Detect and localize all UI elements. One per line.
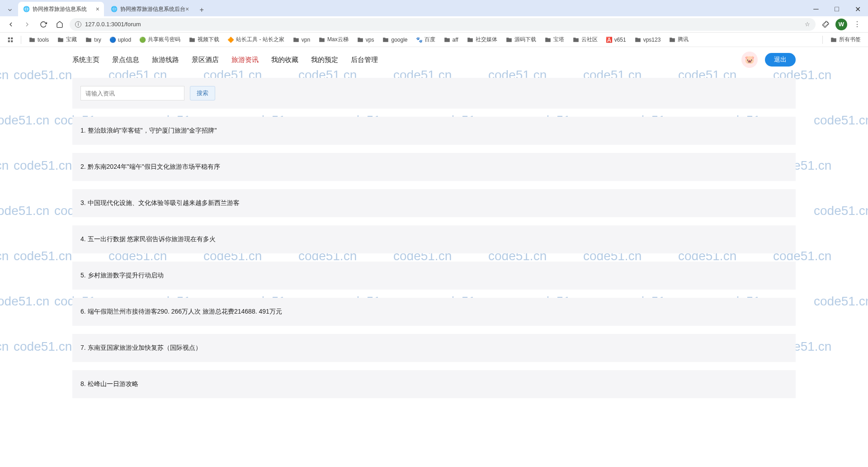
bookmark-label: 社交媒体 [476, 36, 497, 43]
bookmarks-bar: tools宝藏txy🔵uplod🟢共享账号密码视频下载🔶站长工具 - 站长之家v… [0, 33, 868, 47]
bookmark-label: Max云梯 [327, 36, 349, 43]
bookmark-label: 宝塔 [553, 36, 564, 43]
bookmark-favicon: 🅰️ [606, 37, 613, 43]
all-bookmarks-button[interactable]: 所有书签 [827, 34, 863, 45]
nav-link[interactable]: 我的收藏 [271, 56, 298, 64]
search-button[interactable]: 搜索 [190, 86, 215, 100]
tab-close-icon[interactable]: × [96, 5, 99, 13]
bookmark-item[interactable]: vps123 [632, 35, 664, 44]
article-item[interactable]: 3. 中国现代化设施、文化体验等吸引越来越多新西兰游客 [72, 189, 796, 217]
bookmark-item[interactable]: 🔶站长工具 - 站长之家 [225, 34, 287, 45]
bookmark-item[interactable]: tools [26, 35, 52, 44]
profile-avatar[interactable]: W [835, 19, 847, 30]
window-minimize-button[interactable]: ─ [806, 2, 826, 16]
bookmark-item[interactable]: Max云梯 [316, 34, 351, 45]
article-item[interactable]: 2. 黔东南2024年"端午"假日文化旅游市场平稳有序 [72, 153, 796, 181]
nav-reload-button[interactable] [37, 18, 50, 31]
tab-favicon: 🌐 [110, 5, 118, 13]
bookmark-item[interactable]: vpn [290, 35, 313, 44]
svg-rect-2 [8, 40, 10, 42]
search-input[interactable] [80, 86, 184, 100]
article-item[interactable]: 1. 整治鼓浪屿"宰客链"，守护厦门旅游"金字招牌" [72, 117, 796, 145]
nav-link[interactable]: 后台管理 [351, 56, 378, 64]
svg-rect-3 [11, 40, 13, 42]
bookmark-label: 站长工具 - 站长之家 [236, 36, 284, 43]
bookmark-label: 腾讯 [678, 36, 689, 43]
nav-link[interactable]: 旅游线路 [152, 56, 179, 64]
bookmark-label: 源码下载 [514, 36, 536, 43]
tab-search-icon[interactable] [4, 4, 16, 16]
logout-button[interactable]: 退出 [765, 53, 796, 67]
nav-link[interactable]: 系统主页 [72, 56, 99, 64]
bookmark-label: 共享账号密码 [148, 36, 180, 43]
article-list: 1. 整治鼓浪屿"宰客链"，守护厦门旅游"金字招牌"2. 黔东南2024年"端午… [72, 117, 796, 398]
bookmark-label: 百度 [425, 36, 435, 43]
nav-home-button[interactable] [53, 18, 66, 31]
bookmark-item[interactable]: 🅰️v651 [603, 35, 629, 44]
nav-link[interactable]: 景区酒店 [192, 56, 219, 64]
extensions-icon[interactable] [819, 18, 832, 31]
article-item[interactable]: 7. 东南亚国家旅游业加快复苏（国际视点） [72, 334, 796, 362]
article-item[interactable]: 8. 松峰山一日游攻略 [72, 370, 796, 398]
bookmark-item[interactable]: google [379, 35, 410, 44]
svg-rect-1 [11, 37, 13, 39]
tab-close-icon[interactable]: × [185, 5, 189, 13]
browser-menu-icon[interactable]: ⋮ [851, 18, 863, 31]
new-tab-button[interactable]: + [195, 4, 208, 16]
bookmark-label: vpn [302, 37, 310, 43]
bookmark-item[interactable]: 社交媒体 [464, 34, 500, 45]
site-navbar: 系统主页景点信息旅游线路景区酒店旅游资讯我的收藏我的预定后台管理 🐷 退出 [0, 47, 868, 72]
site-info-icon[interactable]: i [75, 21, 81, 28]
nav-back-button[interactable] [5, 18, 17, 31]
piggy-avatar-icon[interactable]: 🐷 [741, 52, 758, 68]
bookmark-favicon: 🐾 [416, 37, 423, 43]
bookmark-label: google [391, 37, 407, 43]
bookmark-item[interactable]: 🐾百度 [413, 34, 438, 45]
nav-link[interactable]: 景点信息 [112, 56, 139, 64]
search-panel: 搜索 [72, 78, 796, 109]
bookmark-item[interactable]: 宝藏 [54, 34, 80, 45]
bookmark-label: 云社区 [581, 36, 598, 43]
bookmark-item[interactable]: 腾讯 [666, 34, 691, 45]
window-close-button[interactable]: ✕ [847, 2, 868, 16]
article-item[interactable]: 6. 端午假期兰州市接待游客290. 266万人次 旅游总花费214688. 4… [72, 298, 796, 326]
url-text: 127.0.0.1:3001/forum [85, 21, 141, 28]
nav-forward-button[interactable] [21, 18, 33, 31]
tab-favicon: 🌐 [23, 5, 30, 13]
bookmark-label: 视频下载 [198, 36, 219, 43]
svg-rect-0 [8, 37, 10, 39]
bookmark-label: vps [366, 37, 374, 43]
bookmark-favicon: 🔵 [109, 37, 116, 43]
browser-titlebar: 🌐协同推荐旅游信息系统×🌐协同推荐旅游信息系统后台× + ─ □ ✕ [0, 0, 868, 16]
bookmark-label: txy [94, 37, 101, 43]
bookmark-item[interactable]: 🟢共享账号密码 [137, 34, 183, 45]
bookmark-item[interactable]: 视频下载 [186, 34, 222, 45]
bookmark-label: 宝藏 [66, 36, 77, 43]
browser-tab[interactable]: 🌐协同推荐旅游信息系统× [18, 2, 104, 16]
bookmark-label: tools [38, 37, 49, 43]
bookmark-item[interactable]: 宝塔 [542, 34, 567, 45]
bookmark-item[interactable]: 源码下载 [503, 34, 539, 45]
article-item[interactable]: 4. 五一出行数据 悠家民宿告诉你旅游现在有多火 [72, 225, 796, 253]
folder-icon [830, 37, 837, 43]
bookmark-label: vps123 [643, 37, 661, 43]
nav-link[interactable]: 旅游资讯 [231, 56, 259, 64]
bookmark-item[interactable]: aff [441, 35, 461, 44]
article-item[interactable]: 5. 乡村旅游数字提升行动启动 [72, 262, 796, 290]
tab-title: 协同推荐旅游信息系统后台 [120, 5, 185, 13]
apps-icon[interactable] [5, 35, 16, 44]
bookmark-item[interactable]: vps [354, 35, 377, 44]
bookmark-label: aff [453, 37, 458, 43]
window-maximize-button[interactable]: □ [826, 2, 847, 16]
bookmark-item[interactable]: 🔵uplod [107, 35, 134, 44]
browser-tab[interactable]: 🌐协同推荐旅游信息系统后台× [106, 2, 193, 16]
bookmark-item[interactable]: 云社区 [570, 34, 600, 45]
nav-link[interactable]: 我的预定 [311, 56, 338, 64]
bookmark-item[interactable]: txy [82, 35, 104, 44]
bookmark-star-icon[interactable]: ☆ [805, 21, 810, 28]
tab-title: 协同推荐旅游信息系统 [33, 5, 87, 13]
url-input[interactable]: i 127.0.0.1:3001/forum ☆ [70, 18, 816, 31]
bookmark-favicon: 🔶 [227, 37, 234, 43]
bookmark-label: v651 [614, 37, 626, 43]
bookmark-label: uplod [118, 37, 131, 43]
